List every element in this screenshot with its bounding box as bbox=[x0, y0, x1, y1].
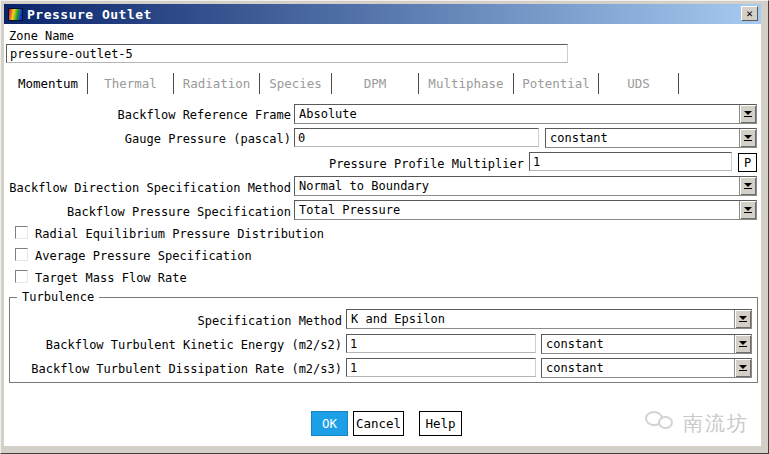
backflow-reference-frame-value: Absolute bbox=[295, 107, 739, 121]
chevron-down-icon[interactable] bbox=[734, 359, 751, 377]
ok-button[interactable]: OK bbox=[311, 411, 348, 436]
backflow-pressure-spec-value: Total Pressure bbox=[295, 203, 739, 217]
gauge-pressure-profile-value: constant bbox=[546, 131, 739, 145]
tab-dpm[interactable]: DPM bbox=[332, 76, 418, 91]
target-mass-flow-label: Target Mass Flow Rate bbox=[35, 271, 187, 285]
radial-equilibrium-checkbox[interactable] bbox=[15, 226, 28, 239]
specification-method-label: Specification Method bbox=[1, 314, 342, 328]
tab-species[interactable]: Species bbox=[260, 76, 331, 91]
turbulent-kinetic-energy-input[interactable] bbox=[346, 334, 536, 353]
chevron-down-icon[interactable] bbox=[739, 177, 756, 195]
target-mass-flow-checkbox[interactable] bbox=[15, 270, 28, 283]
specification-method-value: K and Epsilon bbox=[347, 312, 734, 326]
help-button[interactable]: Help bbox=[419, 411, 462, 436]
turbulent-dissipation-rate-input[interactable] bbox=[346, 358, 536, 377]
radial-equilibrium-label: Radial Equilibrium Pressure Distribution bbox=[35, 227, 324, 241]
watermark-logo-icon bbox=[645, 409, 679, 437]
zone-name-label: Zone Name bbox=[9, 29, 74, 43]
turbulent-kinetic-energy-label: Backflow Turbulent Kinetic Energy (m2/s2… bbox=[1, 338, 342, 352]
turbulent-kinetic-energy-profile-select[interactable]: constant bbox=[541, 334, 752, 354]
tab-thermal[interactable]: Thermal bbox=[88, 76, 173, 91]
tab-separator bbox=[678, 73, 679, 94]
cancel-button[interactable]: Cancel bbox=[353, 411, 404, 436]
average-pressure-checkbox[interactable] bbox=[15, 248, 28, 261]
turbulent-kinetic-energy-profile-value: constant bbox=[542, 337, 734, 351]
chevron-down-icon[interactable] bbox=[734, 335, 751, 353]
profile-editor-button[interactable]: P bbox=[738, 153, 757, 172]
turbulent-dissipation-rate-label: Backflow Turbulent Dissipation Rate (m2/… bbox=[1, 362, 342, 376]
chevron-down-icon[interactable] bbox=[739, 201, 756, 219]
chevron-down-icon[interactable] bbox=[739, 129, 756, 147]
average-pressure-label: Average Pressure Specification bbox=[35, 249, 252, 263]
backflow-pressure-spec-select[interactable]: Total Pressure bbox=[294, 200, 757, 220]
backflow-reference-frame-select[interactable]: Absolute bbox=[294, 104, 757, 124]
backflow-direction-method-label: Backflow Direction Specification Method bbox=[1, 181, 291, 195]
gauge-pressure-label: Gauge Pressure (pascal) bbox=[1, 132, 291, 146]
gauge-pressure-profile-select[interactable]: constant bbox=[545, 128, 757, 148]
specification-method-select[interactable]: K and Epsilon bbox=[346, 309, 752, 329]
backflow-direction-method-value: Normal to Boundary bbox=[295, 179, 739, 193]
pressure-outlet-dialog: Pressure Outlet ✕ Zone Name Momentum The… bbox=[0, 0, 769, 454]
watermark: 南流坊 bbox=[645, 409, 749, 437]
zone-name-input[interactable] bbox=[6, 44, 568, 63]
tab-bar: Momentum Thermal Radiation Species DPM M… bbox=[9, 71, 679, 95]
tab-radiation[interactable]: Radiation bbox=[174, 76, 259, 91]
chevron-down-icon[interactable] bbox=[734, 310, 751, 328]
tab-potential[interactable]: Potential bbox=[514, 76, 598, 91]
backflow-reference-frame-label: Backflow Reference Frame bbox=[1, 108, 291, 122]
pressure-profile-multiplier-label: Pressure Profile Multiplier bbox=[1, 157, 524, 171]
turbulent-dissipation-rate-profile-value: constant bbox=[542, 361, 734, 375]
tab-uds[interactable]: UDS bbox=[599, 76, 678, 91]
turbulent-dissipation-rate-profile-select[interactable]: constant bbox=[541, 358, 752, 378]
chevron-down-icon[interactable] bbox=[739, 105, 756, 123]
backflow-direction-method-select[interactable]: Normal to Boundary bbox=[294, 176, 757, 196]
turbulence-group-title: Turbulence bbox=[17, 290, 99, 304]
tab-momentum[interactable]: Momentum bbox=[9, 76, 87, 91]
close-icon[interactable]: ✕ bbox=[741, 6, 758, 21]
gauge-pressure-input[interactable] bbox=[294, 128, 539, 147]
fluent-app-icon bbox=[8, 8, 23, 21]
watermark-text: 南流坊 bbox=[683, 410, 749, 437]
pressure-profile-multiplier-input[interactable] bbox=[529, 152, 732, 171]
title-bar[interactable]: Pressure Outlet ✕ bbox=[4, 4, 761, 24]
tab-multiphase[interactable]: Multiphase bbox=[419, 76, 513, 91]
window-title: Pressure Outlet bbox=[27, 7, 152, 22]
backflow-pressure-spec-label: Backflow Pressure Specification bbox=[1, 205, 291, 219]
